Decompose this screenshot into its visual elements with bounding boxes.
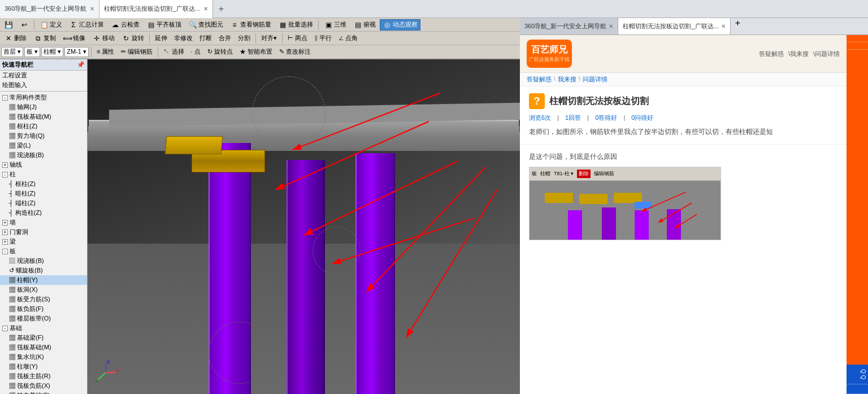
breadcrumb-detail[interactable]: 问题详情 (583, 75, 607, 84)
tb-props[interactable]: ≡ 属性 (94, 46, 117, 57)
layer-dropdown[interactable]: 首层 ▾ (1, 47, 23, 57)
tb-select[interactable]: ↖ 选择 (160, 46, 186, 57)
tree-item-raft[interactable]: ▦ 筏板基础(M) (0, 112, 87, 122)
new-tab-button[interactable]: + (213, 4, 229, 14)
tree-wall-header[interactable]: + 墙 (0, 218, 87, 227)
tb-find-graph[interactable]: 🔍查找图元 (185, 19, 226, 31)
tree-item-indep[interactable]: ▦ 独立基础(F) (0, 391, 87, 394)
tree-item-axisnet[interactable]: ▦ 轴网(J) (0, 102, 87, 112)
tb-delete[interactable]: ✕删除 (1, 33, 29, 44)
tree-item-raftmain[interactable]: ▦ 筏板主筋(R) (0, 371, 87, 381)
id-dropdown[interactable]: ZM-1 ▾ (64, 47, 89, 57)
tree-item-framecol2[interactable]: ┤ 框柱(Z) (0, 179, 87, 189)
tree-item-slabhole[interactable]: ▦ 板洞(X) (0, 285, 87, 295)
tree-pin-icon[interactable]: 📌 (77, 61, 85, 68)
tab-360-close[interactable]: ✕ (90, 6, 94, 12)
tb-dynamic-view[interactable]: ◎动态观察 (380, 19, 420, 31)
tb-rotate[interactable]: ↻旋转 (119, 33, 147, 44)
tb-modify[interactable]: 非修改 (171, 33, 196, 44)
tree-item-foundbeam[interactable]: ▦ 基础梁(F) (0, 333, 87, 343)
tb-copy[interactable]: ⧉复制 (31, 33, 59, 44)
tb-mirror[interactable]: ⟺镜像 (60, 33, 88, 44)
right-tab-360-close[interactable]: ✕ (609, 23, 613, 29)
sep5 (282, 33, 283, 44)
tb-cloud-check[interactable]: ☁云检查 (108, 19, 142, 31)
tb-merge[interactable]: 合并 (216, 33, 234, 44)
side-btn-consult[interactable]: 咨询 (847, 384, 868, 394)
nav-link-search[interactable]: \我来搜 (788, 50, 809, 58)
tree-col-header[interactable]: - 柱 (0, 170, 87, 179)
tb-rotpt[interactable]: ↻ 旋转点 (205, 46, 236, 57)
tree-axis-header[interactable]: + 轴线 (0, 160, 87, 170)
tb-2pt[interactable]: ⊢ 两点 (285, 33, 310, 44)
tb-extend[interactable]: 延伸 (152, 33, 170, 44)
side-btn-qq[interactable]: Q Q (847, 365, 868, 384)
tb-batch-select[interactable]: ▦批量选择 (275, 19, 316, 31)
tb-angle[interactable]: ∠ 点角 (336, 33, 361, 44)
tab-360[interactable]: 360导航_新一代安全上网导航 ✕ (0, 0, 99, 18)
nav-link-answer[interactable]: 答疑解惑 (759, 50, 784, 58)
tree-item-endcol[interactable]: ┤ 端柱(Z) (0, 198, 87, 208)
tree-section-drawing[interactable]: 绘图输入 (0, 80, 87, 90)
expand-found: - (2, 326, 8, 331)
tree-item-coldent[interactable]: ▦ 柱墩(Y) (0, 362, 87, 371)
tb-break[interactable]: 打断 (197, 33, 215, 44)
tree-item-colcap[interactable]: ▦ 柱帽(Y) (0, 275, 87, 285)
tb-flatten[interactable]: ▤平齐板顶 (144, 19, 184, 31)
tree-section-project[interactable]: 工程设置 (0, 71, 87, 80)
tree-found-header[interactable]: - 基础 (0, 323, 87, 333)
tree-item-raftneg[interactable]: ▦ 筏板负筋(X) (0, 381, 87, 391)
breadcrumb-search[interactable]: 我来搜 (558, 75, 576, 84)
tree-item-slab[interactable]: ▦ 现浇板(B) (0, 150, 87, 160)
tree-item-slabstress[interactable]: ▦ 板受力筋(S) (0, 295, 87, 304)
nav-link-detail[interactable]: \问题详情 (813, 50, 840, 58)
mini-cad-toolbar: 板 柱帽 T81-柱 ▾ 删除 编辑钢筋 (530, 167, 721, 181)
tree-slab-header[interactable]: - 板 (0, 246, 87, 256)
tree-item-floorbelt[interactable]: ▦ 楼层板带(O) (0, 314, 87, 323)
tb-parallel[interactable]: ∥ 平行 (311, 33, 335, 44)
tb-smart-arrange[interactable]: ★ 智能布置 (237, 46, 275, 57)
sep1 (34, 20, 34, 30)
tb-check-mark[interactable]: ✎ 查改标注 (276, 46, 314, 57)
breadcrumb-answer[interactable]: 答疑解惑 (527, 75, 552, 84)
tree-item-shearwall[interactable]: ▦ 剪力墙(Q) (0, 131, 87, 141)
tb-split[interactable]: 分割 (235, 33, 253, 44)
right-new-tab[interactable]: + (731, 18, 745, 34)
right-tab-zhumao[interactable]: 柱帽切割无法按板边切割_广联达... ✕ (618, 18, 730, 34)
tb-move[interactable]: ✛移动 (89, 33, 118, 44)
tree-item-pitwell[interactable]: ▦ 集水坑(K) (0, 352, 87, 362)
tb-quick-save[interactable]: 💾 (1, 19, 16, 31)
tb-align[interactable]: 对齐▾ (258, 33, 280, 44)
tb-point[interactable]: · 点 (188, 46, 203, 57)
tree-item-slabneg[interactable]: ▦ 板负筋(F) (0, 304, 87, 314)
side-btn-close[interactable]: 关闭 (847, 35, 868, 42)
tree-item-castslab[interactable]: ▤ 现浇板(B) (0, 256, 87, 266)
tree-item-raftbase[interactable]: ▦ 筏板基础(M) (0, 343, 87, 352)
help-panel: 百艺师兄 广联达服务新干线 答疑解惑 \我来搜 \问题详情 答疑解惑 (520, 35, 847, 394)
tb-define[interactable]: 📋定义 (37, 19, 65, 31)
tree-item-beam[interactable]: ▦ 梁(L) (0, 141, 87, 150)
right-tab-zhumao-close[interactable]: ✕ (721, 23, 726, 29)
tb-summary[interactable]: Σ汇总计算 (66, 19, 107, 31)
tab-zhumao[interactable]: 柱帽切割无法按板边切割_广联达... ✕ (99, 0, 212, 18)
tree-item-structcol[interactable]: ┤ 构造柱(Z) (0, 208, 87, 218)
tree-item-framecol[interactable]: ▦ 框柱(Z) (0, 122, 87, 131)
tree-group-common-header[interactable]: - 常用构件类型 (0, 93, 87, 102)
tb-3d[interactable]: ▣三维 (321, 19, 349, 31)
right-tab-360[interactable]: 360导航_新一代安全上网导航 ✕ (520, 18, 618, 34)
viewport-3d[interactable]: X Y Z (88, 59, 520, 394)
type-dropdown[interactable]: 板 ▾ (24, 47, 40, 57)
tree-item-spiralslab[interactable]: ↺ 螺旋板(B) (0, 266, 87, 275)
tree-item-darkcol[interactable]: ┤ 暗柱(Z) (0, 189, 87, 198)
side-btn-us[interactable]: 我们 (847, 42, 868, 50)
tb-edit-rebar[interactable]: ✏ 编辑钢筋 (118, 46, 155, 57)
tb-topview[interactable]: ▤俯视 (350, 19, 379, 31)
tree-beam-header[interactable]: + 梁 (0, 237, 87, 246)
tree-doors-header[interactable]: + 门窗洞 (0, 227, 87, 237)
tb-check-rebar[interactable]: ≡查看钢筋量 (227, 19, 274, 31)
tab-zhumao-close[interactable]: ✕ (203, 6, 208, 12)
purple-column-3 (355, 153, 395, 394)
component-dropdown[interactable]: 柱帽 ▾ (41, 47, 63, 57)
tb-undo[interactable]: ↩ (17, 19, 32, 31)
tree-beam-label: 梁 (10, 237, 16, 246)
